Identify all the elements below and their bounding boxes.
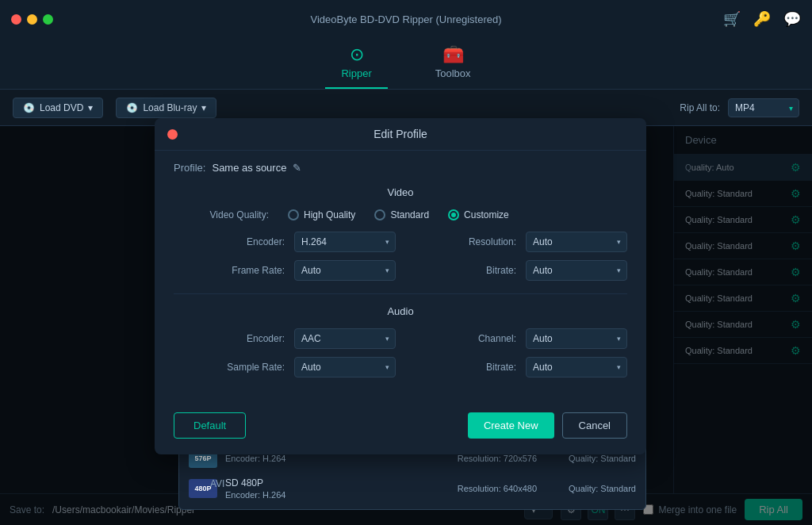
frame-rate-select-wrapper: Auto ▾: [294, 260, 396, 281]
radio-high-quality-label: High Quality: [304, 209, 355, 220]
window-controls: [11, 14, 53, 25]
rip-all-select[interactable]: MP4 MKV AVI: [728, 98, 799, 117]
nav-tabs: ⊙ Ripper 🧰 Toolbox: [0, 38, 812, 90]
audio-form-grid: Encoder: AAC MP3 ▾ Channel: Auto ▾ Sampl…: [174, 328, 627, 377]
video-bitrate-select[interactable]: Auto: [526, 260, 627, 281]
create-new-button[interactable]: Create New: [468, 412, 554, 439]
tab-ripper-label: Ripper: [341, 67, 371, 79]
dvd-icon: 💿: [23, 102, 35, 113]
frame-rate-label: Frame Rate:: [174, 265, 285, 276]
dialog-footer: Default Create New Cancel: [155, 412, 646, 439]
edit-profile-icon[interactable]: ✎: [293, 162, 301, 174]
profile-label: Profile:: [174, 162, 205, 174]
video-quality-label: Video Quality:: [174, 209, 269, 220]
radio-customize[interactable]: Customize: [448, 209, 509, 220]
maximize-button[interactable]: [43, 14, 53, 25]
message-icon[interactable]: 💬: [783, 10, 801, 28]
format-info-576p: Encoder: H.264: [225, 454, 450, 463]
close-button[interactable]: [11, 14, 21, 25]
channel-label: Channel:: [405, 333, 516, 344]
load-bluray-button[interactable]: 💿 Load Blu-ray ▾: [116, 98, 216, 118]
bluray-icon: 💿: [126, 102, 138, 113]
app-title: VideoByte BD-DVD Ripper (Unregistered): [310, 13, 501, 25]
channel-select-wrapper: Auto ▾: [526, 328, 627, 349]
format-res-576p: Resolution: 720x576: [458, 454, 537, 463]
sample-rate-label: Sample Rate:: [174, 362, 285, 373]
format-encoder-480p: Encoder: H.264: [225, 490, 450, 500]
radio-standard[interactable]: Standard: [374, 209, 429, 220]
audio-bitrate-select[interactable]: Auto: [526, 357, 627, 377]
radio-customize-circle: [448, 209, 459, 220]
radio-high-quality-circle: [288, 209, 299, 220]
key-icon[interactable]: 🔑: [753, 10, 771, 28]
video-bitrate-label: Bitrate:: [405, 265, 516, 276]
resolution-label: Resolution:: [405, 236, 516, 247]
audio-bitrate-label: Bitrate:: [405, 362, 516, 373]
titlebar-icons: 🛒 🔑 💬: [723, 10, 801, 28]
ripper-icon: ⊙: [350, 44, 364, 65]
encoder-select[interactable]: H.264 H.265: [294, 232, 396, 252]
tab-toolbox[interactable]: 🧰 Toolbox: [419, 38, 487, 89]
radio-standard-label: Standard: [390, 209, 429, 220]
sample-rate-select-wrapper: Auto ▾: [294, 357, 396, 377]
section-divider: [174, 293, 627, 294]
format-name-480p: SD 480P: [225, 477, 450, 489]
resolution-select-wrapper: Auto ▾: [526, 232, 627, 252]
encoder-label: Encoder:: [174, 236, 285, 247]
dialog-close-button[interactable]: [167, 129, 178, 140]
audio-encoder-select[interactable]: AAC MP3: [294, 328, 396, 349]
tab-toolbox-label: Toolbox: [435, 67, 471, 79]
radio-high-quality[interactable]: High Quality: [288, 209, 355, 220]
frame-rate-select[interactable]: Auto: [294, 260, 396, 281]
minimize-button[interactable]: [27, 14, 37, 25]
channel-select[interactable]: Auto: [526, 328, 627, 349]
sample-rate-select[interactable]: Auto: [294, 357, 396, 377]
format-item-480p[interactable]: 480P SD 480P Encoder: H.264 Resolution: …: [179, 473, 645, 504]
audio-bitrate-select-wrapper: Auto ▾: [526, 357, 627, 377]
load-dvd-button[interactable]: 💿 Load DVD ▾: [13, 98, 103, 118]
dialog-action-buttons: Create New Cancel: [468, 412, 627, 439]
profile-value: Same as source: [212, 162, 286, 174]
format-quality-480p: Quality: Standard: [569, 484, 636, 493]
tab-ripper[interactable]: ⊙ Ripper: [325, 38, 387, 89]
titlebar: VideoByte BD-DVD Ripper (Unregistered) 🛒…: [0, 0, 812, 38]
radio-standard-circle: [374, 209, 385, 220]
radio-customize-label: Customize: [464, 209, 509, 220]
main-area: Edit Profile Profile: Same as source ✎ V…: [0, 126, 812, 525]
audio-encoder-label: Encoder:: [174, 333, 285, 344]
rip-all-select-wrapper: MP4 MKV AVI ▾: [728, 98, 799, 117]
format-encoder-576p: Encoder: H.264: [225, 454, 450, 463]
audio-section-title: Audio: [174, 305, 627, 317]
load-bluray-arrow: ▾: [201, 102, 206, 113]
video-bitrate-select-wrapper: Auto ▾: [526, 260, 627, 281]
profile-row: Profile: Same as source ✎: [174, 162, 627, 174]
dialog-title: Edit Profile: [373, 128, 427, 140]
radio-customize-dot: [451, 213, 456, 217]
avi-label: AVI: [210, 478, 224, 489]
video-form-grid: Encoder: H.264 H.265 ▾ Resolution: Auto …: [174, 232, 627, 281]
toolbox-icon: 🧰: [442, 44, 464, 65]
cancel-button[interactable]: Cancel: [562, 412, 627, 439]
audio-encoder-select-wrapper: AAC MP3 ▾: [294, 328, 396, 349]
cart-icon[interactable]: 🛒: [723, 10, 741, 28]
load-dvd-arrow: ▾: [88, 102, 93, 113]
default-button[interactable]: Default: [174, 412, 246, 439]
format-info-480p: SD 480P Encoder: H.264: [225, 477, 450, 500]
resolution-select[interactable]: Auto: [526, 232, 627, 252]
dialog-body: Profile: Same as source ✎ Video Video Qu…: [155, 151, 646, 401]
format-quality-576p: Quality: Standard: [569, 454, 636, 463]
dialog-titlebar: Edit Profile: [155, 118, 646, 151]
video-section-title: Video: [174, 186, 627, 198]
format-res-480p: Resolution: 640x480: [458, 484, 537, 493]
rip-all-label: Rip All to:: [680, 102, 720, 113]
video-quality-row: Video Quality: High Quality Standard Cus…: [174, 209, 627, 220]
encoder-select-wrapper: H.264 H.265 ▾: [294, 232, 396, 252]
edit-profile-dialog: Edit Profile Profile: Same as source ✎ V…: [155, 118, 646, 454]
rip-all-controls: Rip All to: MP4 MKV AVI ▾: [680, 98, 799, 117]
